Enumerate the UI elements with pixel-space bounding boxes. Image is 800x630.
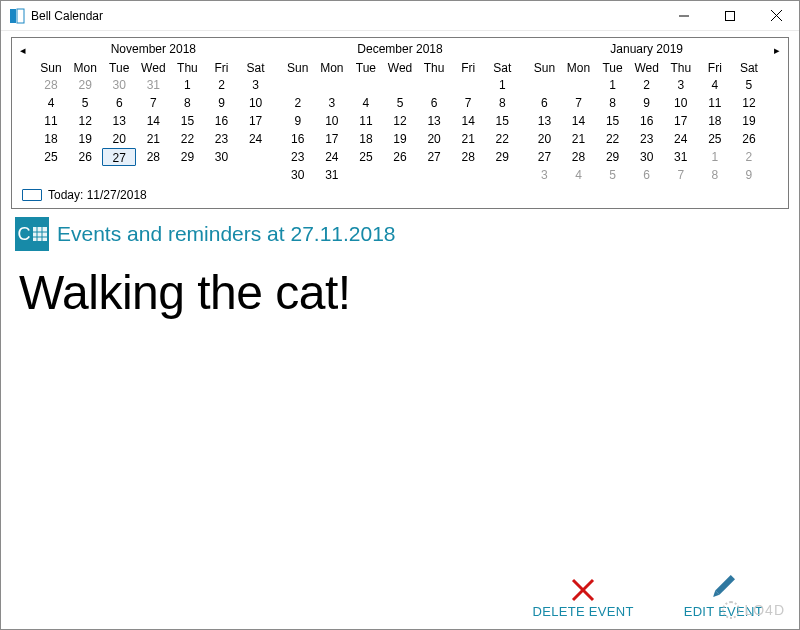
calendar-day[interactable]: 20 — [417, 130, 451, 148]
calendar-day[interactable]: 10 — [315, 112, 349, 130]
calendar-day[interactable]: 2 — [732, 148, 766, 166]
calendar-day[interactable]: 24 — [664, 130, 698, 148]
calendar-day[interactable]: 16 — [204, 112, 238, 130]
calendar-day[interactable]: 20 — [527, 130, 561, 148]
calendar-day[interactable]: 8 — [170, 94, 204, 112]
calendar-next-button[interactable]: ▸ — [770, 40, 784, 57]
calendar-day[interactable]: 7 — [136, 94, 170, 112]
calendar-day[interactable]: 28 — [136, 148, 170, 166]
calendar-day[interactable]: 31 — [664, 148, 698, 166]
calendar-day[interactable]: 7 — [664, 166, 698, 184]
calendar-day[interactable]: 1 — [698, 148, 732, 166]
calendar-day[interactable]: 21 — [561, 130, 595, 148]
calendar-day[interactable]: 28 — [451, 148, 485, 166]
calendar-day[interactable]: 11 — [698, 94, 732, 112]
calendar-day[interactable]: 9 — [204, 94, 238, 112]
calendar-day[interactable]: 30 — [204, 148, 238, 166]
calendar-day[interactable]: 17 — [239, 112, 273, 130]
calendar-day[interactable]: 29 — [170, 148, 204, 166]
calendar-day[interactable]: 24 — [239, 130, 273, 148]
calendar-day[interactable]: 5 — [383, 94, 417, 112]
calendar-day[interactable]: 2 — [204, 76, 238, 94]
calendar-day[interactable]: 8 — [596, 94, 630, 112]
calendar-day[interactable]: 13 — [417, 112, 451, 130]
calendar-day[interactable]: 13 — [527, 112, 561, 130]
calendar-day[interactable]: 24 — [315, 148, 349, 166]
calendar-day[interactable]: 25 — [34, 148, 68, 166]
calendar-day[interactable]: 9 — [630, 94, 664, 112]
calendar-day[interactable]: 29 — [485, 148, 519, 166]
calendar-day[interactable]: 29 — [596, 148, 630, 166]
calendar-day[interactable]: 23 — [281, 148, 315, 166]
calendar-day[interactable]: 7 — [451, 94, 485, 112]
calendar-day[interactable]: 10 — [664, 94, 698, 112]
calendar-day[interactable]: 15 — [596, 112, 630, 130]
calendar-day[interactable]: 18 — [349, 130, 383, 148]
maximize-button[interactable] — [707, 1, 753, 31]
calendar-day[interactable]: 6 — [102, 94, 136, 112]
calendar-day[interactable]: 19 — [68, 130, 102, 148]
calendar-day[interactable]: 4 — [561, 166, 595, 184]
calendar-day[interactable]: 3 — [527, 166, 561, 184]
calendar-day[interactable]: 28 — [561, 148, 595, 166]
calendar-day[interactable]: 1 — [485, 76, 519, 94]
calendar-day[interactable]: 21 — [136, 130, 170, 148]
calendar-day-today[interactable]: 27 — [102, 148, 136, 166]
calendar-day[interactable]: 3 — [315, 94, 349, 112]
calendar-day[interactable]: 30 — [630, 148, 664, 166]
calendar-day[interactable]: 31 — [315, 166, 349, 184]
calendar-day[interactable]: 12 — [383, 112, 417, 130]
calendar-day[interactable]: 9 — [732, 166, 766, 184]
calendar-day[interactable]: 6 — [527, 94, 561, 112]
calendar-day[interactable]: 3 — [664, 76, 698, 94]
calendar-day[interactable]: 26 — [732, 130, 766, 148]
calendar-day[interactable]: 4 — [34, 94, 68, 112]
today-footer[interactable]: Today: 11/27/2018 — [16, 188, 784, 202]
calendar-day[interactable]: 5 — [596, 166, 630, 184]
calendar-day[interactable]: 28 — [34, 76, 68, 94]
calendar-day[interactable]: 7 — [561, 94, 595, 112]
calendar-day[interactable]: 23 — [630, 130, 664, 148]
calendar-day[interactable]: 4 — [349, 94, 383, 112]
calendar-day[interactable]: 22 — [485, 130, 519, 148]
calendar-day[interactable]: 30 — [102, 76, 136, 94]
calendar-day[interactable]: 21 — [451, 130, 485, 148]
calendar-day[interactable]: 5 — [732, 76, 766, 94]
minimize-button[interactable] — [661, 1, 707, 31]
calendar-day[interactable]: 15 — [485, 112, 519, 130]
calendar-day[interactable]: 19 — [732, 112, 766, 130]
calendar-day[interactable]: 6 — [630, 166, 664, 184]
calendar-day[interactable]: 22 — [170, 130, 204, 148]
calendar-day[interactable]: 25 — [349, 148, 383, 166]
calendar-day[interactable]: 4 — [698, 76, 732, 94]
calendar-day[interactable]: 26 — [68, 148, 102, 166]
calendar-day[interactable]: 14 — [561, 112, 595, 130]
calendar-day[interactable]: 17 — [664, 112, 698, 130]
calendar-day[interactable]: 12 — [732, 94, 766, 112]
calendar-day[interactable]: 1 — [596, 76, 630, 94]
calendar-prev-button[interactable]: ◂ — [16, 40, 30, 57]
calendar-day[interactable]: 17 — [315, 130, 349, 148]
calendar-day[interactable]: 30 — [281, 166, 315, 184]
calendar-day[interactable]: 1 — [170, 76, 204, 94]
calendar-day[interactable]: 6 — [417, 94, 451, 112]
calendar-day[interactable]: 11 — [349, 112, 383, 130]
calendar-day[interactable]: 18 — [698, 112, 732, 130]
calendar-day[interactable]: 15 — [170, 112, 204, 130]
calendar-day[interactable]: 27 — [527, 148, 561, 166]
calendar-day[interactable]: 10 — [239, 94, 273, 112]
calendar-day[interactable]: 2 — [281, 94, 315, 112]
calendar-day[interactable]: 31 — [136, 76, 170, 94]
calendar-day[interactable]: 27 — [417, 148, 451, 166]
calendar-day[interactable]: 2 — [630, 76, 664, 94]
calendar-day[interactable]: 25 — [698, 130, 732, 148]
calendar-day[interactable]: 8 — [485, 94, 519, 112]
calendar-day[interactable]: 5 — [68, 94, 102, 112]
calendar-day[interactable]: 12 — [68, 112, 102, 130]
calendar-day[interactable]: 29 — [68, 76, 102, 94]
calendar-day[interactable]: 16 — [281, 130, 315, 148]
calendar-day[interactable]: 13 — [102, 112, 136, 130]
calendar-day[interactable]: 3 — [239, 76, 273, 94]
calendar-day[interactable]: 19 — [383, 130, 417, 148]
close-button[interactable] — [753, 1, 799, 31]
